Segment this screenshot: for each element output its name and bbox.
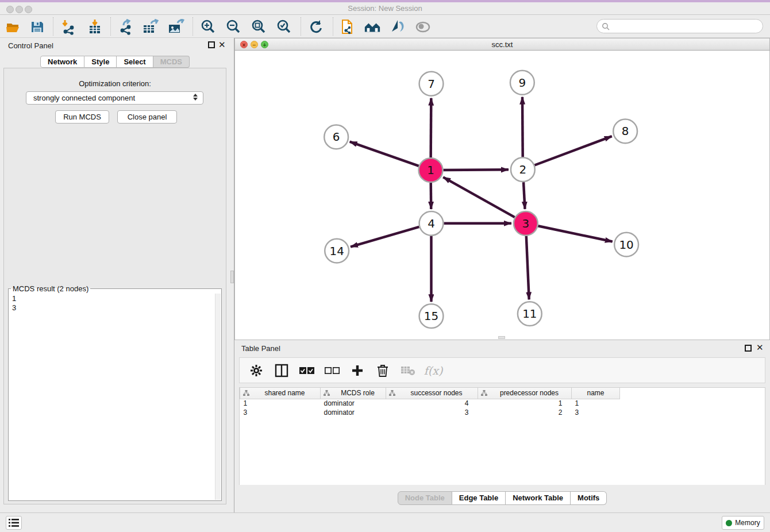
column-header-mcds-role[interactable]: MCDS role bbox=[321, 388, 386, 399]
network-canvas[interactable]: 1234678910111415 bbox=[234, 51, 770, 340]
graph-node-label-15: 15 bbox=[424, 310, 438, 323]
tree-icon bbox=[481, 390, 487, 396]
tab-select[interactable]: Select bbox=[117, 56, 153, 68]
mcds-result-box: MCDS result (2 nodes) 1 3 bbox=[8, 284, 222, 501]
graph-edge-3-11[interactable] bbox=[526, 236, 529, 300]
network-window-titlebar[interactable]: × − + scc.txt bbox=[234, 38, 770, 51]
main-toolbar bbox=[0, 15, 770, 38]
open-session-icon[interactable] bbox=[5, 18, 22, 36]
network-document-icon[interactable] bbox=[340, 18, 357, 36]
network-window-title: scc.txt bbox=[235, 40, 769, 49]
import-table-icon[interactable] bbox=[86, 18, 103, 36]
splitter-handle[interactable] bbox=[230, 271, 234, 283]
graph-edge-1-6[interactable] bbox=[350, 142, 419, 166]
graph-node-label-10: 10 bbox=[619, 238, 633, 252]
select-all-checkboxes-icon[interactable] bbox=[298, 362, 315, 379]
toolbar-separator bbox=[301, 17, 301, 36]
zoom-out-icon[interactable] bbox=[225, 18, 242, 36]
mcds-result-text: 1 3 bbox=[12, 294, 16, 313]
graph-edge-3-1[interactable] bbox=[443, 177, 515, 217]
close-panel-button[interactable]: Close panel bbox=[117, 110, 177, 124]
graph-node-label-4: 4 bbox=[428, 217, 435, 230]
graph-edge-1-2[interactable] bbox=[443, 169, 509, 170]
save-session-icon[interactable] bbox=[29, 18, 46, 36]
toolbar-separator bbox=[110, 17, 111, 36]
column-header-predecessor-nodes[interactable]: predecessor nodes bbox=[478, 388, 572, 399]
float-table-panel-icon[interactable] bbox=[745, 345, 752, 352]
column-header-successor-nodes[interactable]: successor nodes bbox=[386, 388, 478, 399]
deselect-all-checkboxes-icon[interactable] bbox=[324, 362, 341, 379]
close-panel-icon[interactable]: ✕ bbox=[218, 41, 225, 48]
zoom-fit-icon[interactable] bbox=[250, 18, 267, 36]
tab-mcds[interactable]: MCDS bbox=[153, 56, 190, 68]
graph-edge-4-14[interactable] bbox=[351, 227, 419, 247]
graph-edge-2-9[interactable] bbox=[522, 97, 523, 157]
tab-network[interactable]: Network bbox=[40, 56, 84, 68]
table-row[interactable]: 3dominator323 bbox=[240, 408, 765, 417]
graph-node-label-6: 6 bbox=[333, 130, 340, 144]
tree-icon bbox=[324, 390, 330, 396]
refresh-view-icon[interactable] bbox=[307, 18, 325, 36]
show-columns-icon[interactable] bbox=[273, 362, 290, 379]
float-panel-icon[interactable] bbox=[208, 41, 215, 48]
delete-table-icon[interactable] bbox=[399, 362, 417, 379]
close-table-panel-icon[interactable]: ✕ bbox=[756, 344, 763, 351]
node-table-body: 1dominator4113dominator323 bbox=[240, 399, 765, 417]
optimization-criterion-dropdown[interactable]: strongly connected component bbox=[26, 91, 203, 105]
graph-node-label-8: 8 bbox=[622, 125, 629, 138]
tab-network-table[interactable]: Network Table bbox=[506, 491, 571, 505]
graph-edge-3-10[interactable] bbox=[538, 226, 612, 241]
export-table-icon[interactable] bbox=[142, 18, 159, 36]
graph-node-label-7: 7 bbox=[428, 78, 435, 91]
table-row[interactable]: 1dominator411 bbox=[240, 399, 765, 408]
import-network-icon[interactable] bbox=[59, 18, 76, 36]
zoom-selected-icon[interactable] bbox=[275, 18, 292, 36]
style-paint-icon[interactable] bbox=[389, 18, 406, 36]
result-scrollbar[interactable] bbox=[215, 294, 221, 500]
function-builder-icon[interactable]: f(x) bbox=[425, 362, 442, 379]
zoom-in-icon[interactable] bbox=[199, 18, 217, 36]
tab-node-table[interactable]: Node Table bbox=[398, 491, 452, 505]
status-bar: Memory bbox=[0, 512, 770, 532]
tab-edge-table[interactable]: Edge Table bbox=[452, 491, 506, 505]
panel-splitter[interactable] bbox=[230, 38, 234, 512]
run-mcds-button[interactable]: Run MCDS bbox=[55, 110, 109, 124]
mcds-result-line: 1 bbox=[12, 294, 16, 303]
graph-edge-1-7[interactable] bbox=[431, 98, 432, 158]
toolbar-separator bbox=[53, 17, 53, 36]
task-history-button[interactable] bbox=[6, 516, 22, 530]
graph-node-label-11: 11 bbox=[522, 307, 537, 321]
mcds-result-line: 3 bbox=[12, 303, 16, 313]
memory-label: Memory bbox=[735, 519, 760, 527]
memory-button[interactable]: Memory bbox=[722, 516, 764, 530]
dropdown-stepper-icon bbox=[193, 94, 198, 101]
toolbar-separator bbox=[192, 17, 193, 36]
control-panel-title: Control Panel bbox=[8, 41, 53, 50]
add-row-icon[interactable] bbox=[349, 362, 366, 379]
graph-edge-2-3[interactable] bbox=[523, 182, 525, 209]
column-header-shared-name[interactable]: shared name bbox=[240, 388, 321, 399]
table-toolbar: f(x) bbox=[239, 357, 765, 383]
settings-gear-icon[interactable] bbox=[248, 362, 265, 379]
column-header-name[interactable]: name bbox=[572, 388, 620, 399]
show-hide-eye-icon[interactable] bbox=[414, 18, 432, 36]
network-window: × − + scc.txt 1234678910111415 bbox=[234, 38, 770, 340]
export-network-icon[interactable] bbox=[117, 18, 134, 36]
tree-icon bbox=[243, 390, 249, 396]
search-box[interactable] bbox=[596, 19, 763, 33]
export-image-icon[interactable] bbox=[167, 18, 184, 36]
homes-icon[interactable] bbox=[364, 18, 381, 36]
graph-node-label-3: 3 bbox=[522, 217, 530, 230]
tab-motifs[interactable]: Motifs bbox=[571, 491, 607, 505]
search-input[interactable] bbox=[610, 22, 763, 30]
network-graph[interactable]: 1234678910111415 bbox=[235, 51, 769, 339]
dropdown-selected-value: strongly connected component bbox=[33, 94, 135, 102]
delete-row-icon[interactable] bbox=[374, 362, 391, 379]
graph-edge-2-8[interactable] bbox=[534, 136, 611, 165]
node-table: shared name MCDS role successor nodes pr… bbox=[239, 387, 765, 485]
table-panel-title: Table Panel bbox=[241, 344, 280, 353]
canvas-resize-handle[interactable] bbox=[498, 336, 505, 339]
list-icon bbox=[9, 519, 19, 527]
column-header-filler bbox=[620, 388, 765, 399]
tab-style[interactable]: Style bbox=[84, 56, 117, 68]
